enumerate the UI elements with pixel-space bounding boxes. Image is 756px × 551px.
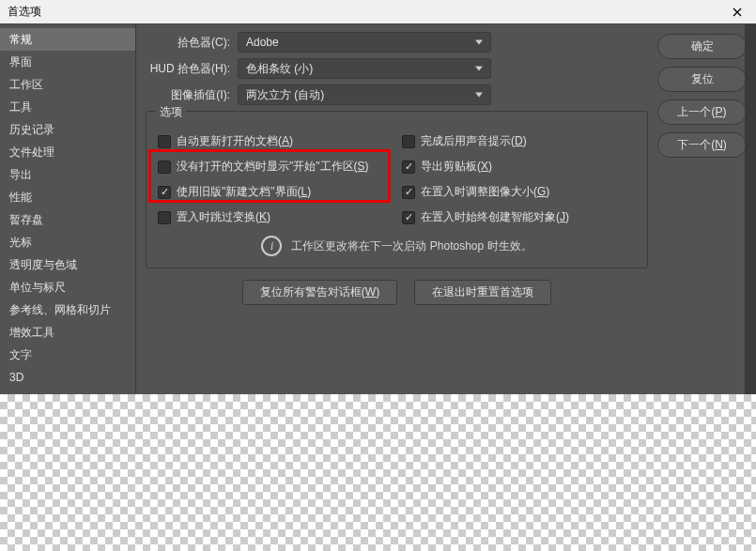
checkbox-label: 使用旧版"新建文档"界面(L) — [177, 184, 311, 200]
checkbox[interactable] — [402, 135, 415, 148]
checkbox-label: 完成后用声音提示(D) — [421, 133, 527, 149]
titlebar: 首选项 — [0, 0, 756, 24]
sidebar-item-11[interactable]: 单位与标尺 — [0, 276, 135, 298]
checkbox-row[interactable]: 置入时跳过变换(K) — [158, 205, 402, 230]
interp-label: 图像插值(I): — [146, 87, 230, 103]
sidebar-item-6[interactable]: 导出 — [0, 163, 135, 186]
sidebar-item-4[interactable]: 历史记录 — [0, 118, 135, 141]
checkbox[interactable] — [158, 161, 171, 174]
checkbox-label: 自动更新打开的文档(A) — [177, 133, 293, 149]
checkbox[interactable] — [402, 161, 415, 174]
reset-button[interactable]: 复位 — [657, 67, 747, 92]
ok-button[interactable]: 确定 — [657, 34, 747, 59]
sidebar-item-10[interactable]: 透明度与色域 — [0, 253, 135, 276]
checkbox[interactable] — [158, 186, 171, 199]
checkbox-label: 在置入时调整图像大小(G) — [421, 184, 549, 200]
sidebar-item-3[interactable]: 工具 — [0, 96, 135, 118]
hud-select[interactable]: 色相条纹 (小) — [238, 58, 491, 79]
sidebar-item-5[interactable]: 文件处理 — [0, 141, 135, 163]
reset-on-quit-button[interactable]: 在退出时重置首选项 — [414, 280, 551, 305]
window-title: 首选项 — [8, 4, 41, 20]
interp-select[interactable]: 两次立方 (自动) — [238, 84, 491, 105]
dialog-body: 常规界面工作区工具历史记录文件处理导出性能暂存盘光标透明度与色域单位与标尺参考线… — [0, 24, 756, 419]
sidebar-item-2[interactable]: 工作区 — [0, 73, 135, 96]
hud-label: HUD 拾色器(H): — [146, 61, 230, 77]
sidebar: 常规界面工作区工具历史记录文件处理导出性能暂存盘光标透明度与色域单位与标尺参考线… — [0, 24, 136, 419]
sidebar-item-8[interactable]: 暂存盘 — [0, 208, 135, 231]
sidebar-item-13[interactable]: 增效工具 — [0, 321, 135, 344]
close-button[interactable] — [718, 0, 756, 24]
checkbox-row[interactable]: 自动更新打开的文档(A) — [158, 129, 402, 154]
prev-button[interactable]: 上一个(P) — [657, 99, 747, 125]
reset-warnings-button[interactable]: 复位所有警告对话框(W) — [242, 280, 397, 305]
picker-select[interactable]: Adobe — [238, 32, 491, 53]
sidebar-item-7[interactable]: 性能 — [0, 186, 135, 208]
checkbox[interactable] — [402, 186, 415, 199]
checkbox-row[interactable]: 没有打开的文档时显示"开始"工作区(S) — [158, 154, 402, 179]
picker-label: 拾色器(C): — [146, 35, 230, 51]
options-legend: 选项 — [156, 104, 186, 120]
checkbox[interactable] — [402, 211, 415, 224]
sidebar-item-14[interactable]: 文字 — [0, 344, 135, 366]
checkbox-label: 在置入时始终创建智能对象(J) — [421, 209, 569, 225]
sidebar-item-15[interactable]: 3D — [0, 366, 135, 389]
next-button[interactable]: 下一个(N) — [657, 132, 747, 158]
checkbox-label: 没有打开的文档时显示"开始"工作区(S) — [177, 159, 369, 175]
checkbox-label: 导出剪贴板(X) — [421, 159, 492, 175]
checkbox-row[interactable]: 完成后用声音提示(D) — [402, 129, 569, 154]
content-pane: 拾色器(C): Adobe HUD 拾色器(H): 色相条纹 (小) 图像插值(… — [136, 24, 657, 419]
checkbox-row[interactable]: 导出剪贴板(X) — [402, 154, 569, 179]
checkbox-row[interactable]: 在置入时始终创建智能对象(J) — [402, 205, 569, 230]
checkbox[interactable] — [158, 135, 171, 148]
checkbox[interactable] — [158, 211, 171, 224]
checkbox-label: 置入时跳过变换(K) — [177, 209, 270, 225]
buttons-column: 确定 复位 上一个(P) 下一个(N) — [657, 24, 756, 419]
sidebar-item-0[interactable]: 常规 — [0, 28, 135, 51]
options-fieldset: 选项 自动更新打开的文档(A)没有打开的文档时显示"开始"工作区(S)使用旧版"… — [146, 111, 648, 268]
transparent-canvas-area — [0, 394, 756, 551]
info-text: 工作区更改将在下一次启动 Photoshop 时生效。 — [291, 238, 532, 254]
checkbox-row[interactable]: 在置入时调整图像大小(G) — [402, 179, 569, 205]
sidebar-item-12[interactable]: 参考线、网格和切片 — [0, 298, 135, 321]
right-strip — [745, 24, 756, 394]
sidebar-item-9[interactable]: 光标 — [0, 231, 135, 253]
info-icon: i — [261, 236, 282, 256]
sidebar-item-1[interactable]: 界面 — [0, 51, 135, 73]
checkbox-row[interactable]: 使用旧版"新建文档"界面(L) — [158, 179, 402, 205]
close-icon — [733, 8, 742, 17]
